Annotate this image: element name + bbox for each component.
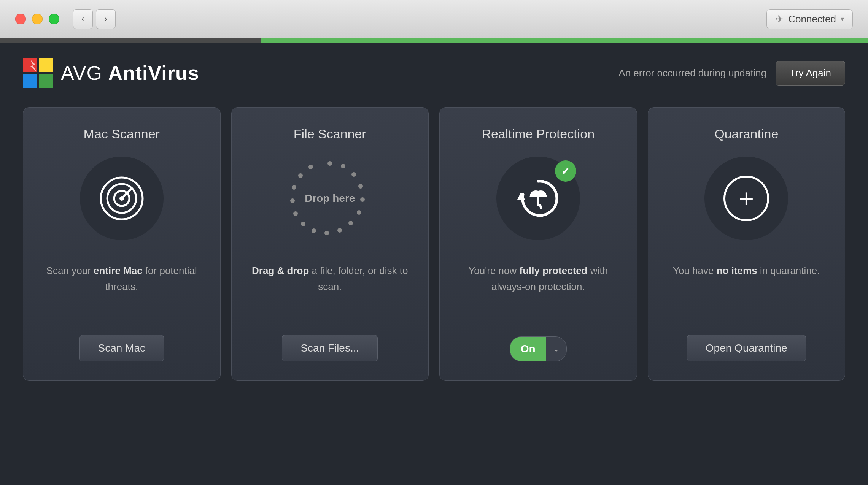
maximize-button[interactable]	[49, 14, 59, 24]
realtime-protection-card: Realtime Protection ✓ You're now fully p…	[439, 107, 637, 381]
toggle-chevron-icon[interactable]: ⌄	[546, 338, 566, 360]
update-area: An error occurred during updating Try Ag…	[618, 61, 845, 86]
quarantine-icon-circle: +	[704, 157, 788, 240]
svg-rect-1	[39, 58, 53, 72]
realtime-title: Realtime Protection	[482, 127, 595, 141]
connection-icon: ✈	[775, 13, 784, 25]
back-icon: ‹	[81, 14, 84, 24]
svg-point-17	[324, 231, 329, 235]
titlebar: ‹ › ✈ Connected ▾	[0, 0, 868, 38]
svg-point-14	[357, 210, 361, 215]
svg-point-15	[348, 221, 353, 225]
back-button[interactable]: ‹	[73, 9, 93, 29]
forward-button[interactable]: ›	[96, 9, 116, 29]
close-button[interactable]	[15, 14, 26, 24]
minimize-button[interactable]	[32, 14, 43, 24]
realtime-toggle[interactable]: On ⌄	[510, 336, 567, 361]
svg-point-19	[301, 222, 305, 226]
protection-icon	[513, 174, 563, 223]
svg-point-24	[308, 165, 313, 169]
open-quarantine-button[interactable]: Open Quarantine	[687, 335, 806, 361]
svg-point-20	[293, 211, 298, 216]
mac-scanner-desc: Scan your entire Mac for potential threa…	[38, 263, 205, 320]
update-error-text: An error occurred during updating	[618, 67, 766, 79]
window-controls: ‹ ›	[15, 9, 116, 29]
svg-point-11	[351, 172, 356, 177]
svg-point-10	[341, 164, 345, 168]
svg-point-13	[360, 197, 365, 202]
svg-rect-2	[23, 74, 37, 88]
app-header: AVG AntiVirus An error occurred during u…	[23, 58, 845, 88]
connected-label: Connected	[788, 13, 836, 25]
main-content: AVG AntiVirus An error occurred during u…	[0, 43, 868, 485]
chevron-down-icon: ▾	[841, 15, 844, 23]
mac-scanner-card: Mac Scanner Scan your entire Mac for pot…	[23, 107, 221, 381]
accent-bar	[0, 38, 868, 43]
realtime-desc: You're now fully protected with always-o…	[455, 263, 622, 321]
try-again-button[interactable]: Try Again	[776, 61, 845, 86]
scan-files-button[interactable]: Scan Files...	[282, 335, 378, 361]
svg-point-22	[292, 185, 296, 190]
forward-icon: ›	[104, 14, 107, 24]
svg-point-16	[337, 228, 342, 233]
scan-mac-button[interactable]: Scan Mac	[79, 335, 164, 361]
avg-logo	[23, 58, 53, 88]
realtime-icon-circle: ✓	[496, 157, 580, 240]
nav-buttons: ‹ ›	[73, 9, 116, 29]
svg-point-23	[298, 173, 303, 178]
scanner-icon	[99, 176, 145, 221]
file-scanner-card: File Scanner	[231, 107, 429, 381]
check-badge: ✓	[555, 160, 576, 182]
app-title: AVG AntiVirus	[61, 62, 199, 84]
plus-icon: +	[723, 176, 769, 221]
svg-point-21	[290, 198, 295, 203]
file-scanner-drop-zone[interactable]: Drop here	[288, 157, 372, 240]
mac-scanner-title: Mac Scanner	[84, 127, 160, 141]
svg-point-9	[327, 161, 332, 166]
quarantine-card: Quarantine + You have no items in quaran…	[648, 107, 846, 381]
dots-ring-icon	[288, 157, 372, 240]
file-scanner-title: File Scanner	[294, 127, 366, 141]
quarantine-desc: You have no items in quarantine.	[673, 263, 820, 320]
connected-button[interactable]: ✈ Connected ▾	[766, 9, 853, 29]
quarantine-title: Quarantine	[714, 127, 778, 141]
svg-point-12	[358, 184, 363, 189]
mac-scanner-icon-circle	[80, 157, 164, 240]
file-scanner-desc: Drag & drop a file, folder, or disk to s…	[247, 263, 413, 320]
svg-point-18	[312, 228, 316, 233]
toggle-on-label[interactable]: On	[510, 337, 546, 361]
cards-grid: Mac Scanner Scan your entire Mac for pot…	[23, 107, 845, 381]
logo-area: AVG AntiVirus	[23, 58, 199, 88]
svg-rect-3	[39, 74, 53, 88]
